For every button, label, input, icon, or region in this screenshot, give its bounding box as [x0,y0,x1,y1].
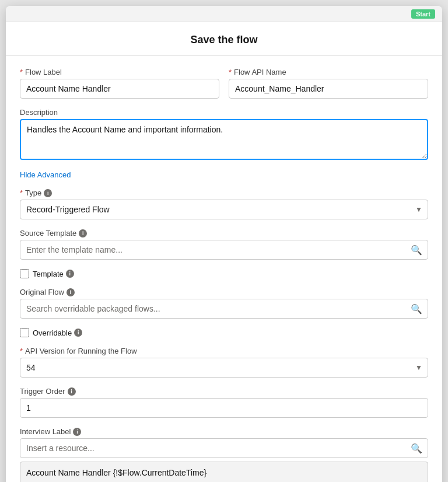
api-version-required: * [20,347,23,355]
flow-label-text: Flow Label [25,68,62,76]
template-info-icon[interactable]: i [66,270,74,278]
template-label-text: Template [33,270,64,278]
original-flow-input[interactable] [20,299,428,319]
trigger-order-group: Trigger Order i [20,387,428,418]
interview-label-text: Interview Label [20,427,71,436]
interview-label-group: Interview Label i 🔍 Account Name Handler… [20,427,428,482]
interview-label-label: Interview Label i [20,427,428,436]
original-flow-label: Original Flow i [20,288,428,296]
type-label-text: Type [25,188,41,197]
type-label: * Type i [20,188,428,197]
trigger-order-info-icon[interactable]: i [68,387,76,396]
overridable-info-icon[interactable]: i [74,329,82,337]
interview-label-input[interactable] [20,438,428,458]
flow-api-name-input[interactable] [229,79,428,99]
flow-label-group: * Flow Label [20,68,219,99]
source-template-label-text: Source Template [20,229,76,237]
modal: Start Save the flow * Flow Label * Flow … [6,6,442,482]
overridable-checkbox-label[interactable]: Overridable i [33,329,82,337]
source-template-search-wrapper: 🔍 [20,240,428,260]
flow-api-required: * [229,68,232,76]
description-label: Description [20,108,428,117]
flow-api-name-group: * Flow API Name [229,68,428,99]
type-select-wrapper: Record-Triggered Flow Screen Flow Autola… [20,200,428,219]
description-label-text: Description [20,108,58,117]
source-template-group: Source Template i 🔍 [20,229,428,260]
flow-api-name-text: Flow API Name [234,68,286,76]
interview-label-display: Account Name Handler {!$Flow.CurrentDate… [20,462,428,482]
source-template-label: Source Template i [20,229,428,237]
start-badge: Start [411,9,435,19]
overridable-checkbox[interactable] [20,328,29,337]
trigger-order-input[interactable] [20,398,428,418]
source-template-info-icon[interactable]: i [79,229,87,237]
api-version-select-wrapper: 54 53 52 ▼ [20,358,428,378]
template-checkbox-label[interactable]: Template i [33,270,74,278]
api-version-group: * API Version for Running the Flow 54 53… [20,347,428,378]
modal-header: Save the flow [6,22,442,56]
trigger-order-label: Trigger Order i [20,387,428,396]
api-version-label-text: API Version for Running the Flow [25,347,137,355]
top-bar: Start [6,6,442,22]
flow-api-name-label: * Flow API Name [229,68,428,76]
original-flow-info-icon[interactable]: i [66,288,75,296]
type-required: * [20,188,23,197]
template-checkbox[interactable] [20,269,29,278]
api-version-label: * API Version for Running the Flow [20,347,428,355]
description-textarea[interactable]: Handles the Account Name and important i… [20,119,428,160]
overridable-label-text: Overridable [33,329,72,337]
flow-label-label: * Flow Label [20,68,219,76]
source-template-input[interactable] [20,240,428,260]
overridable-checkbox-row: Overridable i [20,328,428,337]
interview-label-info-icon[interactable]: i [73,428,81,436]
modal-title: Save the flow [20,34,428,46]
type-group: * Type i Record-Triggered Flow Screen Fl… [20,188,428,219]
interview-label-search-wrapper: 🔍 [20,438,428,458]
type-info-icon[interactable]: i [44,189,52,197]
type-select[interactable]: Record-Triggered Flow Screen Flow Autola… [20,200,428,219]
template-checkbox-row: Template i [20,269,428,278]
hide-advanced-link[interactable]: Hide Advanced [20,170,71,179]
api-version-select[interactable]: 54 53 52 [20,358,428,378]
original-flow-group: Original Flow i 🔍 [20,288,428,319]
original-flow-label-text: Original Flow [20,288,64,296]
description-group: Description Handles the Account Name and… [20,108,428,160]
modal-body: * Flow Label * Flow API Name Description… [6,56,442,482]
flow-label-required: * [20,68,23,76]
trigger-order-label-text: Trigger Order [20,387,65,396]
flow-label-row: * Flow Label * Flow API Name [20,68,428,99]
original-flow-search-wrapper: 🔍 [20,299,428,319]
flow-label-input[interactable] [20,79,219,99]
